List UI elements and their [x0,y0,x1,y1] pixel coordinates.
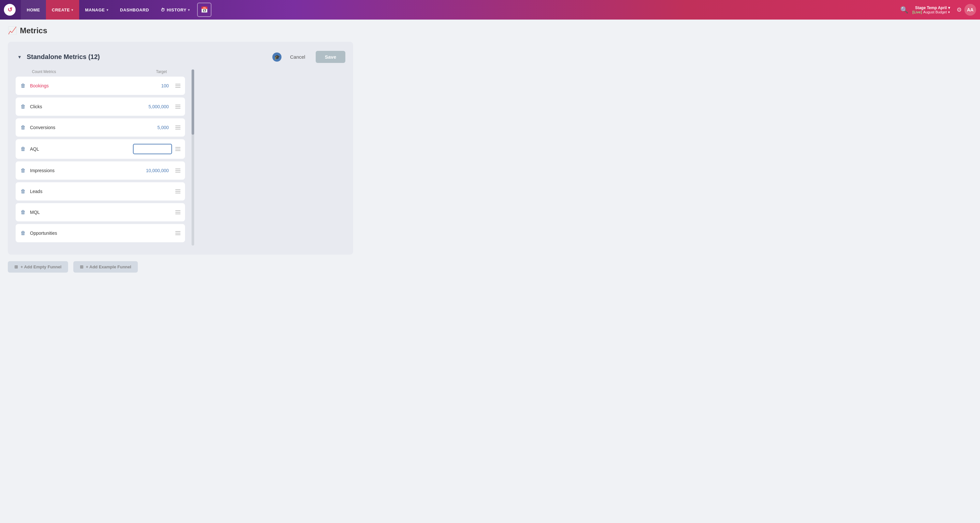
metric-name-aql: AQL [30,147,130,151]
page-title-row: 📈 Metrics [8,26,972,35]
metric-row-mql: 🗑 MQL [16,203,185,222]
scrollbar-track[interactable] [192,69,194,246]
nav-home[interactable]: HOME [21,0,46,19]
metric-target-clicks: 5,000,000 [133,104,172,109]
page-content: 📈 Metrics ▾ Standalone Metrics (12) 🎓 Ca… [0,19,980,279]
metric-row-aql: 🗑 AQL [16,139,185,159]
history-chevron-icon: ▾ [188,8,190,12]
delete-impressions-button[interactable]: 🗑 [19,167,27,174]
metric-row-conversions: 🗑 Conversions 5,000 [16,118,185,137]
metric-name-clicks: Clicks [30,104,130,109]
nav-history[interactable]: ⏱ HISTORY ▾ [155,0,196,19]
metric-target-bookings: 100 [133,83,172,88]
delete-leads-button[interactable]: 🗑 [19,188,27,195]
metric-name-mql: MQL [30,210,130,215]
drag-handle-impressions[interactable] [175,169,180,172]
column-headers: Count Metrics Target [16,69,185,77]
card-title: Standalone Metrics (12) [27,53,269,61]
metric-row-clicks: 🗑 Clicks 5,000,000 [16,97,185,116]
collapse-button[interactable]: ▾ [16,53,24,61]
metric-row-leads: 🗑 Leads [16,182,185,201]
nav-search-icon[interactable]: 🔍 [896,6,912,14]
card-header: ▾ Standalone Metrics (12) 🎓 Cancel Save [16,51,345,63]
delete-mql-button[interactable]: 🗑 [19,209,27,215]
add-example-funnel-button[interactable]: ⊞ + Add Example Funnel [73,261,138,273]
main-card: ▾ Standalone Metrics (12) 🎓 Cancel Save … [8,42,353,255]
nav-context-info: Stage Temp April ▾ [Live] August Budget … [912,6,950,14]
app-logo[interactable]: ↺ [4,4,16,16]
manage-chevron-icon: ▾ [107,8,108,12]
metric-name-conversions: Conversions [30,125,130,130]
nav-settings-icon[interactable]: ⚙ [954,6,964,13]
cancel-button[interactable]: Cancel [285,51,310,62]
create-chevron-icon: ▾ [72,8,73,12]
add-example-icon: ⊞ [80,265,83,269]
header-actions: Cancel Save [285,51,345,63]
drag-handle-mql[interactable] [175,210,180,214]
metric-name-bookings: Bookings [30,83,130,88]
col-count-header: Count Metrics [32,69,134,74]
live-chevron-icon: ▾ [948,10,950,14]
drag-handle-aql[interactable] [175,147,180,151]
scrollbar-thumb[interactable] [192,69,194,135]
save-button[interactable]: Save [316,51,345,63]
metrics-section: Count Metrics Target 🗑 Bookings 100 🗑 Cl… [16,69,345,246]
add-empty-funnel-button[interactable]: ⊞ + Add Empty Funnel [8,261,68,273]
delete-clicks-button[interactable]: 🗑 [19,104,27,110]
metric-target-impressions: 10,000,000 [133,168,172,173]
page-title: Metrics [20,26,47,35]
delete-bookings-button[interactable]: 🗑 [19,83,27,89]
nav-avatar[interactable]: AA [964,4,976,16]
metric-row-impressions: 🗑 Impressions 10,000,000 [16,161,185,180]
nav-dashboard[interactable]: DASHBOARD [114,0,155,19]
delete-opportunities-button[interactable]: 🗑 [19,230,27,236]
col-target-header: Target [134,69,180,74]
metric-name-leads: Leads [30,189,130,194]
stage-chevron-icon: ▾ [948,6,950,10]
metrics-list: Count Metrics Target 🗑 Bookings 100 🗑 Cl… [16,69,185,246]
drag-handle-opportunities[interactable] [175,231,180,235]
help-icon[interactable]: 🎓 [272,53,282,62]
metric-target-input-aql[interactable] [133,144,172,154]
delete-aql-button[interactable]: 🗑 [19,146,27,152]
nav-calendar-button[interactable]: 📅 [197,3,212,17]
delete-conversions-button[interactable]: 🗑 [19,124,27,131]
drag-handle-conversions[interactable] [175,126,180,129]
metric-name-opportunities: Opportunities [30,231,130,236]
drag-handle-clicks[interactable] [175,105,180,108]
drag-handle-bookings[interactable] [175,84,180,88]
metric-name-impressions: Impressions [30,168,130,173]
nav-stage-selector[interactable]: Stage Temp April ▾ [915,6,950,10]
nav-live-budget[interactable]: [Live] August Budget ▾ [912,10,950,14]
metric-row-opportunities: 🗑 Opportunities [16,224,185,242]
nav-manage[interactable]: MANAGE ▾ [79,0,114,19]
bottom-actions: ⊞ + Add Empty Funnel ⊞ + Add Example Fun… [8,261,972,273]
navbar: ↺ HOME CREATE ▾ MANAGE ▾ DASHBOARD ⏱ HIS… [0,0,980,19]
metrics-icon: 📈 [8,26,17,35]
metric-row-bookings: 🗑 Bookings 100 [16,77,185,95]
add-empty-icon: ⊞ [14,265,18,269]
nav-create[interactable]: CREATE ▾ [46,0,79,19]
metric-target-conversions: 5,000 [133,125,172,130]
drag-handle-leads[interactable] [175,190,180,193]
